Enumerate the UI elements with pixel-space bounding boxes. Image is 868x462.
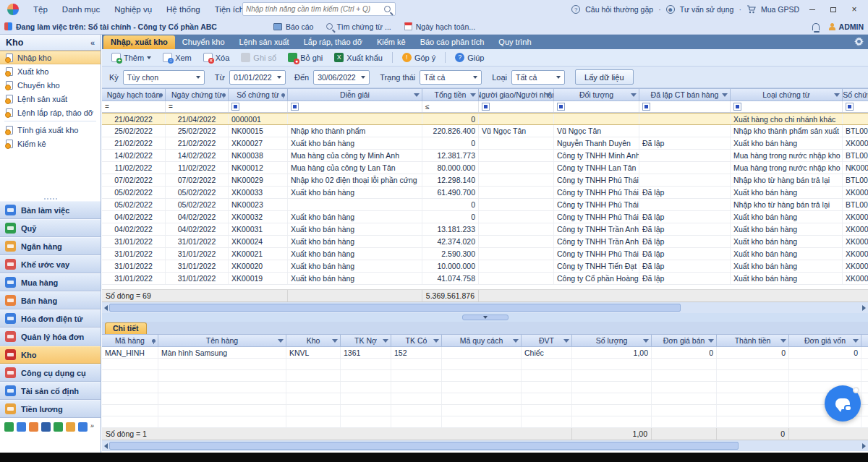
- grid-cell[interactable]: 25/02/2022: [166, 125, 229, 137]
- grid-cell[interactable]: XK000: [843, 273, 868, 284]
- faq-link[interactable]: Câu hỏi thường gặp: [585, 5, 653, 14]
- grid-cell[interactable]: 31/01/2022: [102, 248, 166, 260]
- tab-chi-tiet[interactable]: Chi tiết: [105, 322, 147, 334]
- grid-cell[interactable]: Xuất kho bán hàng: [288, 223, 422, 235]
- grid-cell[interactable]: 220.826.400: [422, 125, 479, 137]
- filter-funnel-icon[interactable]: [332, 339, 338, 343]
- grid-cell[interactable]: 04/02/2022: [102, 223, 166, 235]
- grid-cell[interactable]: 31/01/2022: [166, 248, 229, 260]
- user-menu[interactable]: ADMIN: [828, 22, 864, 31]
- view-button[interactable]: ○ Xem: [158, 51, 197, 64]
- filter-operator[interactable]: =: [169, 103, 173, 111]
- table-row[interactable]: 21/02/202221/02/2022XK00027Xuất kho bán …: [102, 137, 868, 150]
- column-header[interactable]: TK Có: [391, 335, 442, 346]
- grid-cell[interactable]: Xuất kho bán hàng: [731, 137, 843, 149]
- overflow-chevron-icon[interactable]: »: [90, 422, 94, 432]
- filter-funnel-icon[interactable]: [545, 93, 551, 97]
- filter-funnel-icon[interactable]: [643, 339, 649, 343]
- feedback-button[interactable]: ! Góp ý: [397, 51, 441, 64]
- grid-cell[interactable]: Công ty TNHH Phú Thái: [554, 174, 639, 186]
- filter-funnel-icon[interactable]: [780, 339, 786, 343]
- grid-cell[interactable]: [843, 114, 868, 124]
- detail-horizontal-scrollbar[interactable]: [102, 440, 868, 451]
- column-header[interactable]: Diễn giải: [288, 89, 422, 100]
- grid-cell[interactable]: 31/01/2022: [102, 260, 166, 272]
- filter-funnel-icon[interactable]: [470, 93, 476, 97]
- sidebar-item-lenh-lap-rap[interactable]: Lệnh lắp ráp, tháo dỡ: [0, 106, 101, 119]
- grid-cell[interactable]: Xuất hàng cho chi nhánh khác: [731, 114, 843, 124]
- grid-cell[interactable]: Đã lập: [639, 211, 731, 223]
- chat-support-button[interactable]: [825, 385, 861, 422]
- grid-cell[interactable]: Xuất kho bán hàng: [288, 236, 422, 247]
- grid-cell[interactable]: Xuất kho bán hàng: [731, 248, 843, 260]
- column-header[interactable]: Loại chứng từ: [731, 89, 843, 100]
- pin-icon[interactable]: [281, 93, 285, 97]
- table-row[interactable]: 31/01/202231/01/2022XK00024Xuất kho bán …: [102, 236, 868, 248]
- menu-tep[interactable]: Tệp: [26, 5, 55, 14]
- filter-funnel-icon[interactable]: [383, 339, 388, 343]
- settings-gear-icon[interactable]: [854, 37, 864, 46]
- grid-cell[interactable]: 152: [391, 347, 442, 358]
- grid-cell[interactable]: 0: [422, 211, 479, 223]
- grid-cell[interactable]: Mua hàng trong nước nhập kho chưa th: [731, 150, 843, 161]
- close-button[interactable]: ×: [846, 3, 862, 16]
- filter-funnel-icon[interactable]: [278, 339, 284, 343]
- scroll-left-icon[interactable]: [104, 443, 108, 449]
- menu-he-thong[interactable]: Hệ thống: [159, 5, 208, 14]
- grid-cell[interactable]: Công ty TNHH Trần Anh: [554, 223, 639, 235]
- grid-cell[interactable]: Công ty TNHH Minh Anh: [554, 150, 639, 161]
- filter-cell[interactable]: [229, 101, 288, 112]
- grid-cell[interactable]: [479, 114, 554, 124]
- grid-cell[interactable]: Công ty TNHH Phú Thái: [554, 248, 639, 260]
- filter-funnel-icon[interactable]: [513, 339, 519, 343]
- grid-cell[interactable]: 04/02/2022: [166, 223, 229, 235]
- grid-cell[interactable]: XK000: [843, 211, 868, 223]
- grid-cell[interactable]: 61.490.700: [422, 187, 479, 198]
- filter-funnel-icon[interactable]: [414, 93, 420, 97]
- column-header[interactable]: Kho: [286, 335, 341, 346]
- grid-cell[interactable]: Xuất kho bán hàng: [288, 260, 422, 272]
- module-item-4[interactable]: Khế ước vay: [0, 255, 101, 273]
- grid-cell[interactable]: XK00031: [229, 223, 288, 235]
- grid-cell[interactable]: Nhập kho 02 điện thoại lỗi phần cứng: [288, 174, 422, 186]
- grid-cell[interactable]: [288, 199, 422, 210]
- scroll-left-icon[interactable]: [104, 305, 108, 311]
- grid-cell[interactable]: Mua hàng trong nước nhập kho - Tiền m: [731, 162, 843, 174]
- grid-cell[interactable]: 11/02/2022: [166, 162, 229, 174]
- module-item-1[interactable]: Bàn làm việc: [0, 201, 101, 219]
- grid-cell[interactable]: 05/02/2022: [166, 187, 229, 198]
- grid-cell[interactable]: Đã lập: [639, 187, 731, 198]
- grid-cell[interactable]: Chiếc: [522, 347, 572, 358]
- tab-lap-rap-thao-do[interactable]: Lắp ráp, tháo dỡ: [297, 35, 370, 49]
- grid-cell[interactable]: 0: [422, 137, 479, 149]
- module-item-7[interactable]: Hóa đơn điện tử: [0, 309, 101, 328]
- grid-cell[interactable]: Nguyễn Thanh Duyên: [554, 137, 639, 149]
- filter-funnel-icon[interactable]: [853, 339, 859, 343]
- grid-cell[interactable]: [479, 199, 554, 210]
- sidebar-item-nhap-kho[interactable]: Nhập kho: [0, 51, 101, 64]
- pin-icon[interactable]: [222, 93, 226, 97]
- panel-splitter[interactable]: [102, 313, 868, 322]
- grid-cell[interactable]: [479, 236, 554, 247]
- column-header[interactable]: Số chứng từ: [229, 89, 288, 100]
- grid-cell[interactable]: 0: [652, 347, 717, 358]
- strip-icon[interactable]: [41, 422, 51, 432]
- type-select[interactable]: Tất cả: [511, 70, 565, 85]
- grid-cell[interactable]: NK00038: [229, 150, 288, 161]
- search-icon[interactable]: [384, 6, 391, 12]
- pin-icon[interactable]: [152, 339, 156, 343]
- minimize-button[interactable]: [804, 3, 820, 16]
- grid-cell[interactable]: 05/02/2022: [102, 187, 166, 198]
- column-header[interactable]: Đối tượng: [554, 89, 639, 100]
- working-on-indicator[interactable]: Đang làm việc trên: Sổ tài chính - Công …: [4, 22, 217, 31]
- grid-cell[interactable]: [479, 223, 554, 235]
- table-row[interactable]: 05/02/202205/02/2022XK00033Xuất kho bán …: [102, 187, 868, 199]
- module-item-2[interactable]: Quỹ: [0, 219, 101, 237]
- grid-cell[interactable]: XK000: [843, 223, 868, 235]
- column-header[interactable]: Thành tiền: [717, 335, 789, 346]
- filter-cell[interactable]: [479, 101, 554, 112]
- table-row[interactable]: 11/02/202211/02/2022NK00012Mua hàng của …: [102, 162, 868, 174]
- tab-nhap-xuat-kho[interactable]: Nhập, xuất kho: [103, 35, 175, 49]
- grid-cell[interactable]: BTL00: [843, 150, 868, 161]
- grid-cell[interactable]: Nhập kho từ hàng bán trả lại: [731, 199, 843, 210]
